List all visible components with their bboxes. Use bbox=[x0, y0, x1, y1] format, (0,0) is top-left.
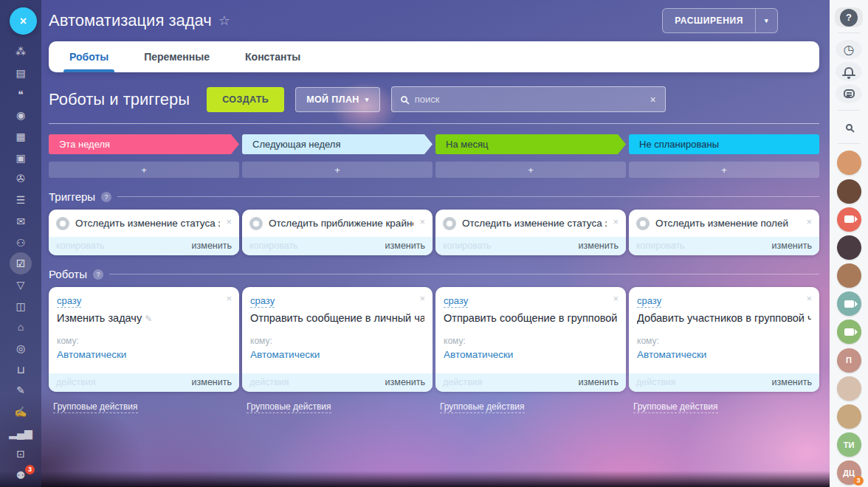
my-plan-dropdown[interactable]: МОЙ ПЛАН ▾ bbox=[295, 87, 380, 112]
recipient-link[interactable]: Автоматически bbox=[637, 349, 706, 360]
actions-link[interactable]: действия bbox=[249, 377, 289, 387]
search-input[interactable] bbox=[415, 94, 643, 105]
close-icon[interactable]: × bbox=[419, 294, 425, 303]
robot-card[interactable]: × сразу Добавить участников в групповой … bbox=[629, 287, 819, 392]
sidebar-item-reports[interactable]: ▂▄▆ bbox=[0, 422, 41, 443]
avatar[interactable]: ТИ bbox=[837, 432, 861, 457]
group-actions-link[interactable]: Групповые действия bbox=[247, 401, 331, 413]
close-icon[interactable]: × bbox=[806, 217, 812, 227]
sidebar-item-pulse[interactable]: ⁂ bbox=[0, 41, 41, 63]
recipient-link[interactable]: Автоматически bbox=[57, 349, 126, 360]
when-link[interactable]: сразу bbox=[444, 295, 468, 308]
video-call-avatar[interactable] bbox=[837, 320, 861, 344]
sidebar-item-documents[interactable]: ▣ bbox=[0, 147, 41, 168]
trigger-card[interactable]: Отследить изменение статуса задачи × коп… bbox=[49, 210, 239, 255]
trigger-card[interactable]: Отследить изменение полей × копировать и… bbox=[629, 210, 819, 255]
sidebar-item-drive[interactable]: ☰ bbox=[0, 190, 41, 211]
robot-card[interactable]: × сразу Изменить задачу✎ кому: Автоматич… bbox=[49, 287, 239, 392]
sidebar-item-employees[interactable]: ⚇ bbox=[0, 232, 41, 253]
recipient-link[interactable]: Автоматически bbox=[444, 349, 513, 360]
chevron-down-icon[interactable]: ▾ bbox=[756, 9, 777, 32]
copy-link[interactable]: копировать bbox=[443, 241, 492, 251]
close-icon[interactable]: × bbox=[226, 294, 232, 303]
close-icon[interactable]: × bbox=[806, 294, 812, 303]
tab-robots[interactable]: Роботы bbox=[69, 41, 108, 72]
sidebar-item-calendar[interactable]: ▦ bbox=[0, 126, 41, 148]
tab-variables[interactable]: Переменные bbox=[144, 41, 210, 72]
group-actions-link[interactable]: Групповые действия bbox=[633, 401, 718, 413]
avatar[interactable] bbox=[837, 179, 861, 204]
edit-link[interactable]: изменить bbox=[772, 377, 812, 387]
sidebar-item-shop[interactable]: ⊔ bbox=[0, 359, 41, 380]
clear-search-icon[interactable]: × bbox=[650, 94, 656, 106]
trigger-card[interactable]: Отследить приближение крайнего с... × ко… bbox=[242, 210, 433, 255]
sidebar-item-ai-assistant[interactable]: ⚉ 3 bbox=[0, 465, 41, 486]
close-menu-button[interactable]: × bbox=[10, 7, 37, 35]
actions-link[interactable]: действия bbox=[636, 377, 676, 387]
sidebar-item-newsfeed[interactable]: ▤ bbox=[0, 63, 41, 84]
avatar[interactable] bbox=[837, 376, 861, 401]
avatar[interactable] bbox=[837, 235, 861, 260]
sidebar-item-goals[interactable]: ◎ bbox=[0, 338, 41, 359]
copy-link[interactable]: копировать bbox=[636, 241, 685, 251]
add-item-button[interactable]: + bbox=[242, 162, 433, 178]
edit-pencil-icon[interactable]: ✎ bbox=[145, 314, 152, 324]
edit-link[interactable]: изменить bbox=[579, 241, 619, 251]
sidebar-item-signature[interactable]: ✍ bbox=[0, 401, 41, 423]
tab-constants[interactable]: Константы bbox=[245, 41, 300, 72]
help-circle-icon[interactable]: ? bbox=[93, 269, 103, 280]
extensions-button[interactable]: РАСШИРЕНИЯ ▾ bbox=[662, 8, 778, 33]
close-icon[interactable]: × bbox=[226, 217, 232, 227]
avatar[interactable]: П bbox=[837, 348, 861, 373]
copy-link[interactable]: копировать bbox=[56, 241, 105, 251]
close-icon[interactable]: × bbox=[613, 217, 619, 227]
edit-link[interactable]: изменить bbox=[192, 377, 232, 387]
add-item-button[interactable]: + bbox=[629, 162, 819, 178]
actions-link[interactable]: действия bbox=[56, 377, 96, 387]
avatar[interactable] bbox=[837, 404, 861, 429]
avatar[interactable]: ДЦ 3 bbox=[837, 460, 861, 485]
column-header-next-week[interactable]: Следующая неделя bbox=[242, 134, 433, 154]
avatar[interactable] bbox=[837, 151, 861, 175]
time-tracking-button[interactable]: ◷ bbox=[836, 40, 862, 59]
edit-link[interactable]: изменить bbox=[385, 377, 425, 387]
video-call-avatar[interactable] bbox=[837, 291, 861, 316]
add-item-button[interactable]: + bbox=[49, 162, 239, 178]
close-icon[interactable]: × bbox=[613, 294, 619, 303]
avatar[interactable] bbox=[837, 263, 861, 288]
edit-link[interactable]: изменить bbox=[772, 241, 812, 251]
when-link[interactable]: сразу bbox=[637, 295, 661, 308]
robot-card[interactable]: × сразу Отправить сообщение в личный чат… bbox=[242, 287, 433, 392]
edit-link[interactable]: изменить bbox=[385, 241, 425, 251]
sidebar-search-button[interactable] bbox=[846, 120, 852, 134]
favorite-star-icon[interactable]: ☆ bbox=[218, 13, 230, 29]
when-link[interactable]: сразу bbox=[250, 295, 275, 308]
column-header-unplanned[interactable]: Не спланированы bbox=[629, 134, 819, 154]
chat-panel-button[interactable] bbox=[836, 84, 862, 103]
recipient-link[interactable]: Автоматически bbox=[250, 349, 320, 360]
column-header-month[interactable]: На месяц bbox=[435, 134, 626, 154]
actions-link[interactable]: действия bbox=[443, 377, 483, 387]
sidebar-item-webinar[interactable]: ✇ bbox=[0, 168, 41, 190]
sidebar-item-planner[interactable]: ◫ bbox=[0, 295, 41, 317]
notifications-button[interactable] bbox=[836, 62, 862, 81]
robot-card[interactable]: × сразу Отправить сообщение в групповой … bbox=[435, 287, 626, 392]
sidebar-item-crm[interactable]: ▽ bbox=[0, 274, 41, 296]
trigger-card[interactable]: Отследить изменение статуса задачи × коп… bbox=[435, 210, 626, 255]
copy-link[interactable]: копировать bbox=[249, 241, 298, 251]
edit-link[interactable]: изменить bbox=[192, 241, 232, 251]
create-button[interactable]: СОЗДАТЬ bbox=[207, 87, 284, 112]
video-call-avatar[interactable] bbox=[837, 207, 861, 232]
close-icon[interactable]: × bbox=[419, 217, 425, 227]
group-actions-link[interactable]: Групповые действия bbox=[440, 401, 525, 413]
help-button[interactable]: ? bbox=[835, 7, 863, 27]
sidebar-item-sign[interactable]: ✎ bbox=[0, 380, 41, 401]
sidebar-item-tasks[interactable]: ☑ bbox=[0, 253, 41, 274]
when-link[interactable]: сразу bbox=[57, 295, 81, 308]
sidebar-item-market[interactable]: ⌂ bbox=[0, 317, 41, 338]
help-circle-icon[interactable]: ? bbox=[101, 192, 111, 202]
sidebar-item-mail[interactable]: ✉ bbox=[0, 211, 41, 232]
sidebar-item-video[interactable]: ◉ bbox=[0, 105, 41, 126]
edit-link[interactable]: изменить bbox=[579, 377, 619, 387]
column-header-this-week[interactable]: Эта неделя bbox=[49, 134, 239, 154]
